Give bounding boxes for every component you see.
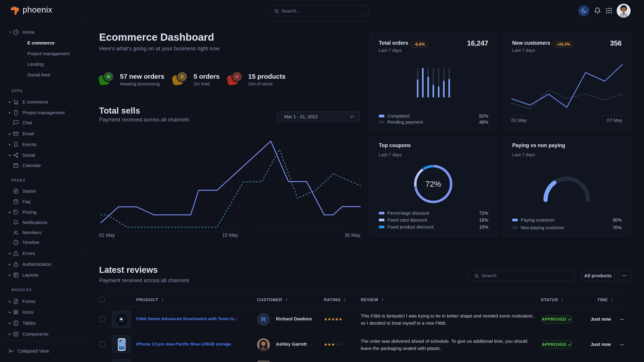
svg-text:72%: 72%: [426, 180, 441, 188]
